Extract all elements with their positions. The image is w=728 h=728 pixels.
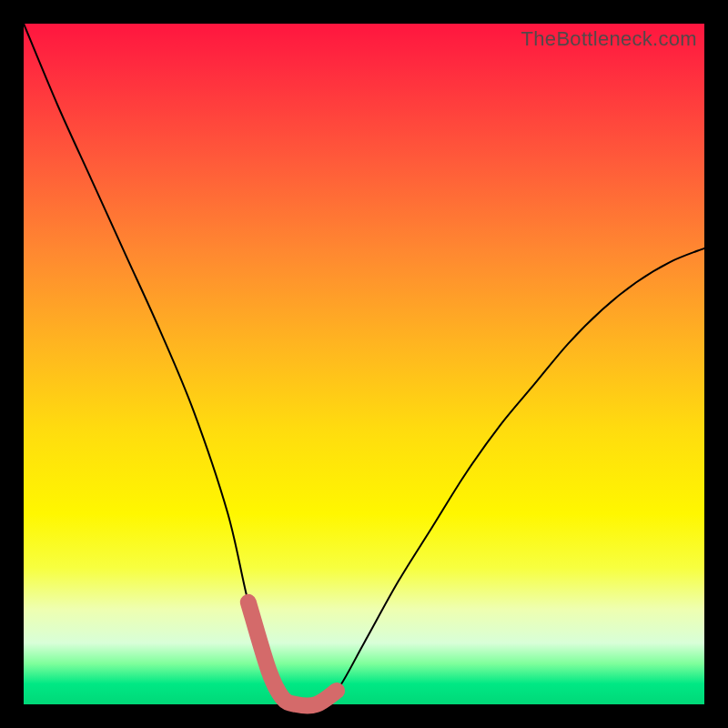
mismatch-curve bbox=[24, 24, 704, 705]
plot-svg bbox=[24, 24, 704, 704]
chart-area: TheBottleneck.com bbox=[24, 24, 704, 704]
optimal-band-curve bbox=[248, 602, 337, 706]
